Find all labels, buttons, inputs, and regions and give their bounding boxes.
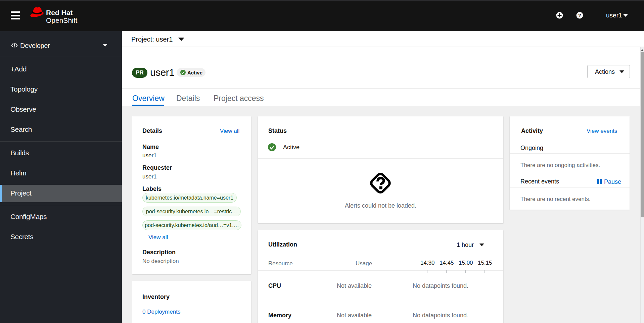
- svg-text:?: ?: [578, 13, 581, 18]
